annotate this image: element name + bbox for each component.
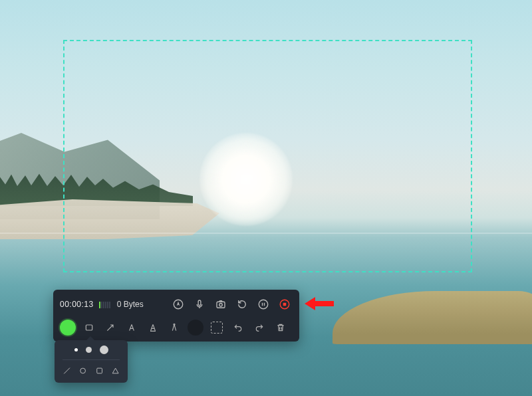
cursor-toggle-button[interactable]	[170, 296, 186, 312]
background-grass	[332, 291, 532, 344]
screenshot-button[interactable]	[213, 296, 229, 312]
pause-button[interactable]	[255, 296, 271, 312]
svg-rect-8	[283, 303, 287, 306]
svg-point-3	[219, 304, 223, 307]
shape-line-icon[interactable]	[63, 365, 71, 376]
brush-size-medium[interactable]	[86, 347, 92, 353]
color-picker-button[interactable]	[60, 320, 76, 336]
arrow-tool-button[interactable]	[102, 320, 118, 336]
brush-size-row	[63, 346, 120, 360]
brush-preview[interactable]	[188, 320, 203, 336]
selection-tool-button[interactable]	[209, 320, 225, 336]
redo-button[interactable]	[251, 320, 267, 336]
toolbar-status-row: 00:00:13 0 Bytes	[60, 295, 293, 314]
shape-triangle-icon[interactable]	[111, 365, 120, 376]
selection-dashed-icon	[211, 322, 223, 334]
svg-point-11	[80, 368, 86, 373]
background-horizon	[0, 233, 532, 234]
microphone-button[interactable]	[192, 296, 207, 312]
undo-button[interactable]	[230, 320, 246, 336]
svg-rect-1	[198, 300, 201, 306]
annotation-tools-row	[60, 318, 293, 338]
compass-tool-button[interactable]	[166, 320, 182, 336]
recording-toolbar: 00:00:13 0 Bytes	[53, 290, 299, 342]
file-size: 0 Bytes	[117, 300, 144, 309]
background-sun	[200, 133, 293, 226]
marker-tool-button[interactable]	[145, 320, 161, 336]
brush-size-large[interactable]	[100, 346, 108, 354]
shape-square-icon[interactable]	[95, 365, 104, 376]
recording-timer: 00:00:13	[60, 300, 94, 309]
shape-row	[63, 360, 120, 376]
stop-button[interactable]	[277, 296, 293, 312]
restart-button[interactable]	[234, 296, 250, 312]
brush-size-small[interactable]	[74, 348, 78, 351]
svg-rect-12	[96, 368, 102, 373]
brush-options-popover	[55, 340, 128, 383]
svg-rect-9	[86, 325, 92, 330]
svg-point-4	[259, 300, 268, 309]
audio-level-meter	[99, 300, 110, 308]
shape-circle-icon[interactable]	[78, 365, 87, 376]
rectangle-tool-button[interactable]	[81, 320, 97, 336]
svg-rect-2	[217, 302, 225, 308]
trash-button[interactable]	[273, 320, 289, 336]
text-tool-button[interactable]	[124, 320, 140, 336]
callout-arrow-icon	[305, 297, 334, 310]
